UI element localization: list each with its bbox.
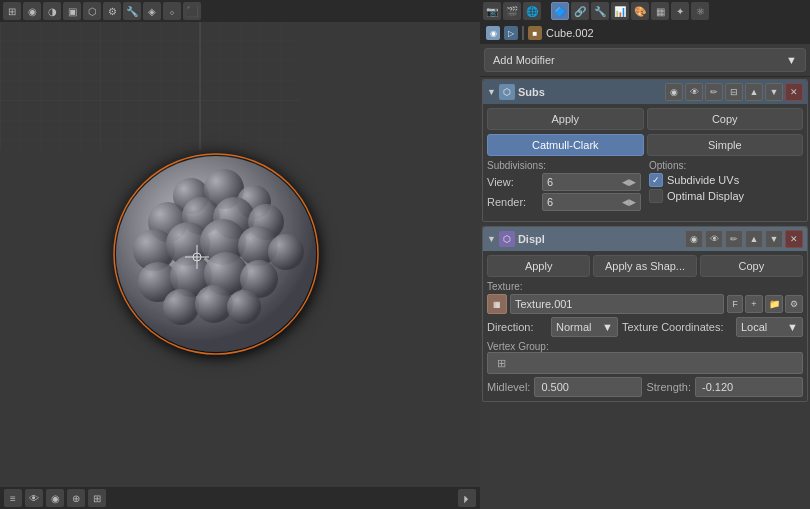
view-mode-icon[interactable]: ◉ [23, 2, 41, 20]
subsurf-collapse[interactable]: ▼ [487, 87, 496, 97]
prop-icon-material[interactable]: 🎨 [631, 2, 649, 20]
displace-header: ▼ ⬡ Displ ◉ 👁 ✏ ▲ ▼ ✕ [483, 227, 807, 251]
viewport[interactable]: ⊞ ◉ ◑ ▣ ⬡ ⚙ 🔧 ◈ ⬦ ⬛ [0, 0, 480, 509]
displace-apply-shape-button[interactable]: Apply as Shap... [593, 255, 696, 277]
vertex-group-field[interactable]: ⊞ [487, 352, 803, 374]
viewport-icon7[interactable]: 🔧 [123, 2, 141, 20]
object-cube-icon: ■ [528, 26, 542, 40]
viewport-icon9[interactable]: ⬦ [163, 2, 181, 20]
prop-icon-texture[interactable]: ▦ [651, 2, 669, 20]
texcoords-dropdown[interactable]: Local▼ [736, 317, 803, 337]
displace-apply-button[interactable]: Apply [487, 255, 590, 277]
displace-copy-button[interactable]: Copy [700, 255, 803, 277]
object-header: ◉ ▷ ■ Cube.002 [480, 22, 810, 44]
prop-icon-world[interactable]: 🌐 [523, 2, 541, 20]
bottom-icon6[interactable]: ⏵ [458, 489, 476, 507]
subsurf-viewport-toggle[interactable]: 👁 [685, 83, 703, 101]
bottom-icon1[interactable]: ≡ [4, 489, 22, 507]
bottom-view-icon[interactable]: 👁 [25, 489, 43, 507]
subsurf-subdivisions: Subdivisions: View: 6 ◀▶ Render: 6 [487, 160, 641, 213]
svg-point-24 [163, 289, 199, 325]
subdivide-uvs-checkbox[interactable]: ✓ [649, 173, 663, 187]
texture-buttons: F + 📁 ⚙ [727, 295, 803, 313]
displace-edit-toggle[interactable]: ✏ [725, 230, 743, 248]
vertex-group-icon: ⊞ [492, 354, 510, 372]
subdivide-uvs-row: ✓ Subdivide UVs [649, 173, 803, 187]
texture-new-button[interactable]: + [745, 295, 763, 313]
displace-apply-row: Apply Apply as Shap... Copy [487, 255, 803, 277]
prop-icon-physics[interactable]: ⚛ [691, 2, 709, 20]
subsurf-apply-button[interactable]: Apply [487, 108, 644, 130]
displace-render-toggle[interactable]: ◉ [685, 230, 703, 248]
strength-field[interactable]: -0.120 [695, 377, 803, 397]
mode-icon[interactable]: ◉ [486, 26, 500, 40]
prop-icon-particles[interactable]: ✦ [671, 2, 689, 20]
prop-icon-scene[interactable]: 🎬 [503, 2, 521, 20]
vertex-group-section: Vertex Group: ⊞ [487, 340, 803, 374]
midlevel-field[interactable]: 0.500 [534, 377, 642, 397]
view-field-row: View: 6 ◀▶ [487, 173, 641, 191]
subsurf-up[interactable]: ▲ [745, 83, 763, 101]
subsurf-apply-row: Apply Copy [487, 108, 803, 130]
texture-open-button[interactable]: 📁 [765, 295, 783, 313]
render-icon[interactable]: ▷ [504, 26, 518, 40]
subsurf-tabs: Catmull-Clark Simple [487, 134, 803, 156]
subsurf-edit-toggle[interactable]: ✏ [705, 83, 723, 101]
properties-scroll[interactable]: Add Modifier ▼ ▼ ⬡ Subs ◉ 👁 ✏ ⊟ ▲ ▼ ✕ [480, 44, 810, 509]
subsurf-cage-toggle[interactable]: ⊟ [725, 83, 743, 101]
subsurf-down[interactable]: ▼ [765, 83, 783, 101]
properties-toolbar: 📷 🎬 🌐 🔷 🔗 🔧 📊 🎨 ▦ ✦ ⚛ [480, 0, 810, 22]
texture-show-button[interactable]: ⚙ [785, 295, 803, 313]
texcoords-label: Texture Coordinates: [622, 321, 732, 333]
view-value-field[interactable]: 6 ◀▶ [542, 173, 641, 191]
subsurf-render-toggle[interactable]: ◉ [665, 83, 683, 101]
svg-point-26 [227, 290, 261, 324]
displace-viewport-toggle[interactable]: 👁 [705, 230, 723, 248]
prop-icon-constraints[interactable]: 🔗 [571, 2, 589, 20]
viewport-bottom-bar: ≡ 👁 ◉ ⊕ ⊞ ⏵ [0, 487, 480, 509]
viewport-icon4[interactable]: ▣ [63, 2, 81, 20]
displace-up[interactable]: ▲ [745, 230, 763, 248]
displace-down[interactable]: ▼ [765, 230, 783, 248]
prop-icon-modifier[interactable]: 🔧 [591, 2, 609, 20]
viewport-icon8[interactable]: ◈ [143, 2, 161, 20]
render-value-field[interactable]: 6 ◀▶ [542, 193, 641, 211]
subsurf-header: ▼ ⬡ Subs ◉ 👁 ✏ ⊟ ▲ ▼ ✕ [483, 80, 807, 104]
subsurf-icon: ⬡ [499, 84, 515, 100]
subsurf-body: Apply Copy Catmull-Clark Simple Subdivis… [483, 104, 807, 221]
tab-catmull-clark[interactable]: Catmull-Clark [487, 134, 644, 156]
optimal-display-checkbox[interactable] [649, 189, 663, 203]
bottom-icon5[interactable]: ⊞ [88, 489, 106, 507]
viewport-icon10[interactable]: ⬛ [183, 2, 201, 20]
displace-collapse[interactable]: ▼ [487, 234, 496, 244]
direction-dropdown[interactable]: Normal▼ [551, 317, 618, 337]
subsurf-settings: Subdivisions: View: 6 ◀▶ Render: 6 [487, 160, 803, 213]
texture-preview-icon: ▦ [487, 294, 507, 314]
add-modifier-button[interactable]: Add Modifier ▼ [484, 48, 806, 72]
prop-icon-render[interactable]: 📷 [483, 2, 501, 20]
add-modifier-section: Add Modifier ▼ [480, 44, 810, 77]
optimal-display-row: Optimal Display [649, 189, 803, 203]
render-field-row: Render: 6 ◀▶ [487, 193, 641, 211]
viewport-icon5[interactable]: ⬡ [83, 2, 101, 20]
prop-icon-object[interactable]: 🔷 [551, 2, 569, 20]
subsurf-delete[interactable]: ✕ [785, 83, 803, 101]
bottom-icon3[interactable]: ◉ [46, 489, 64, 507]
prop-icon-data[interactable]: 📊 [611, 2, 629, 20]
viewport-icon6[interactable]: ⚙ [103, 2, 121, 20]
displace-controls: ◉ 👁 ✏ ▲ ▼ ✕ [685, 230, 803, 248]
displace-icon: ⬡ [499, 231, 515, 247]
bottom-icon4[interactable]: ⊕ [67, 489, 85, 507]
direction-row: Direction:Normal▼Texture Coordinates:Loc… [487, 317, 803, 337]
texture-f-button[interactable]: F [727, 295, 743, 313]
view-icon[interactable]: ⊞ [3, 2, 21, 20]
viewport-shade-icon[interactable]: ◑ [43, 2, 61, 20]
subsurf-copy-button[interactable]: Copy [647, 108, 804, 130]
displace-delete[interactable]: ✕ [785, 230, 803, 248]
viewport-toolbar: ⊞ ◉ ◑ ▣ ⬡ ⚙ 🔧 ◈ ⬦ ⬛ [0, 0, 480, 22]
svg-point-19 [268, 234, 304, 270]
texture-name-field[interactable]: Texture.001 [510, 294, 724, 314]
properties-panel: 📷 🎬 🌐 🔷 🔗 🔧 📊 🎨 ▦ ✦ ⚛ ◉ ▷ ■ Cube.002 Add… [480, 0, 810, 509]
displace-body: Apply Apply as Shap... Copy Texture: ▦ T… [483, 251, 807, 401]
tab-simple[interactable]: Simple [647, 134, 804, 156]
